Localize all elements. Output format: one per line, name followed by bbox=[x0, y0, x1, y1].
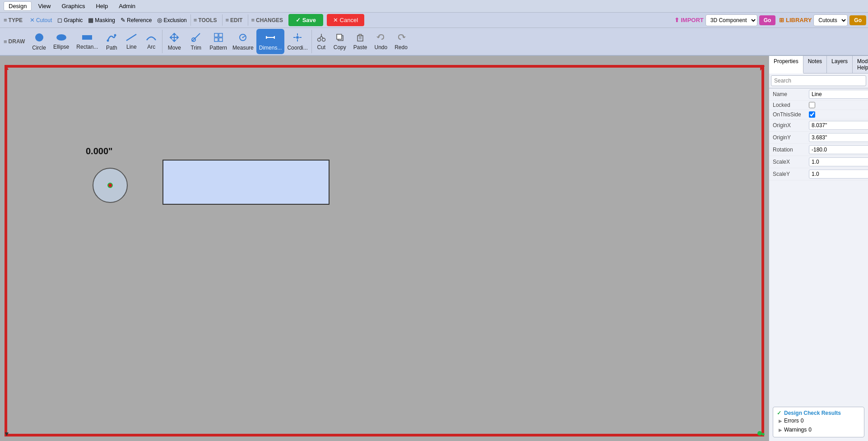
prop-locked-label: Locked bbox=[773, 102, 809, 108]
tool-measure[interactable]: Measure bbox=[230, 29, 256, 54]
prop-locked-checkbox[interactable] bbox=[809, 102, 815, 108]
import-section: ⬆ IMPORT 3D Component Go bbox=[674, 14, 776, 26]
type-graphic[interactable]: ◻ Graphic bbox=[55, 16, 85, 24]
warnings-row[interactable]: ▶ Warnings 0 bbox=[777, 425, 860, 434]
warnings-arrow-icon: ▶ bbox=[779, 427, 782, 432]
prop-scaley-input[interactable] bbox=[809, 170, 868, 179]
library-section: ⊞ LIBRARY Cutouts Go bbox=[779, 14, 866, 26]
cut-icon bbox=[317, 33, 326, 43]
prop-scalex-row: ScaleX bbox=[769, 156, 868, 168]
warnings-count: 0 bbox=[808, 427, 812, 433]
prop-name-label: Name bbox=[773, 91, 809, 97]
tab-layers[interactable]: Layers bbox=[827, 56, 853, 73]
prop-name-input[interactable] bbox=[809, 90, 868, 99]
prop-scaley-label: ScaleY bbox=[773, 171, 809, 177]
prop-onthisside-label: OnThisSide bbox=[773, 111, 809, 118]
tool-move[interactable]: Move bbox=[163, 29, 185, 54]
type-exclusion[interactable]: ◎ Exclusion bbox=[154, 16, 189, 24]
edit-undo[interactable]: Undo bbox=[371, 30, 391, 53]
green-corner-marker bbox=[757, 431, 762, 436]
changes-section-header: CHANGES bbox=[249, 17, 285, 23]
svg-point-4 bbox=[114, 34, 116, 36]
canvas-frame bbox=[5, 65, 764, 436]
type-cutout[interactable]: ✕ Cutout bbox=[27, 16, 55, 24]
toolbar-row2: DRAW Circle Ellipse Rectan... Path bbox=[0, 28, 868, 55]
coordinates-icon bbox=[292, 32, 302, 44]
dimension-label: 0.000" bbox=[86, 146, 113, 156]
rectangle-draw-icon bbox=[81, 33, 93, 43]
draw-arc[interactable]: Arc bbox=[141, 30, 161, 53]
import-go-button[interactable]: Go bbox=[759, 15, 776, 25]
circle-center-point bbox=[107, 183, 113, 188]
prop-scalex-input[interactable] bbox=[809, 157, 868, 166]
menu-help[interactable]: Help bbox=[91, 2, 112, 10]
type-reference[interactable]: ✎ Reference bbox=[118, 16, 154, 24]
prop-originy-label: OriginY bbox=[773, 134, 809, 141]
prop-onthisside-row: OnThisSide bbox=[769, 110, 868, 119]
toolbar-row1: TYPE ✕ Cutout ◻ Graphic ▦ Masking ✎ Refe… bbox=[0, 13, 868, 28]
edit-copy[interactable]: Copy bbox=[330, 30, 350, 53]
move-icon bbox=[169, 32, 179, 44]
errors-arrow-icon: ▶ bbox=[779, 418, 782, 423]
warnings-label: Warnings bbox=[784, 427, 807, 433]
circle-draw-icon bbox=[34, 32, 44, 44]
draw-rectangle[interactable]: Rectan... bbox=[73, 30, 102, 53]
tool-pattern[interactable]: Pattern bbox=[207, 29, 230, 54]
tool-trim[interactable]: Trim bbox=[185, 29, 207, 54]
library-dropdown[interactable]: Cutouts bbox=[813, 14, 848, 26]
svg-point-0 bbox=[35, 33, 43, 41]
copy-icon bbox=[335, 33, 344, 43]
properties-section: Name Locked OnThisSide OriginX OriginY R… bbox=[769, 88, 868, 180]
menu-design[interactable]: Design bbox=[4, 1, 32, 11]
arc-draw-icon bbox=[145, 33, 157, 43]
svg-line-6 bbox=[192, 33, 200, 41]
masking-icon: ▦ bbox=[88, 17, 93, 23]
draw-ellipse[interactable]: Ellipse bbox=[50, 30, 73, 53]
tab-notes[interactable]: Notes bbox=[803, 56, 827, 73]
svg-point-1 bbox=[56, 34, 66, 41]
type-masking[interactable]: ▦ Masking bbox=[85, 16, 118, 24]
prop-rotation-row: Rotation bbox=[769, 144, 868, 156]
graphic-icon: ◻ bbox=[57, 17, 62, 23]
draw-path[interactable]: Path bbox=[102, 30, 121, 53]
prop-onthisside-checkbox[interactable] bbox=[809, 111, 815, 118]
canvas-area[interactable]: ▲ ◤ ▼ ● 0.000" bbox=[0, 56, 769, 441]
tab-mode-help[interactable]: Mode Help bbox=[853, 56, 868, 73]
edit-cut[interactable]: Cut bbox=[313, 30, 330, 53]
tool-coordinates[interactable]: Coordi... bbox=[284, 29, 310, 54]
tool-dimensions[interactable]: Dimens... bbox=[256, 29, 285, 54]
search-input[interactable] bbox=[771, 75, 866, 86]
svg-point-18 bbox=[296, 36, 299, 39]
ellipse-draw-icon bbox=[56, 33, 67, 43]
tools-section-header: TOOLS bbox=[192, 17, 219, 23]
main-area: ▲ ◤ ▼ ● 0.000" Properties Notes Layers M… bbox=[0, 56, 868, 441]
svg-rect-9 bbox=[219, 33, 223, 37]
draw-line[interactable]: Line bbox=[121, 30, 141, 53]
measure-icon bbox=[238, 32, 248, 44]
menu-view[interactable]: View bbox=[33, 2, 55, 10]
circle-shape[interactable] bbox=[93, 168, 128, 203]
save-button[interactable]: ✓ Save bbox=[288, 14, 323, 26]
draw-circle[interactable]: Circle bbox=[28, 30, 50, 53]
prop-rotation-input[interactable] bbox=[809, 145, 868, 154]
blue-rectangle[interactable] bbox=[162, 160, 330, 205]
design-check-header[interactable]: ✓ Design Check Results bbox=[777, 410, 860, 416]
import-dropdown[interactable]: 3D Component bbox=[706, 14, 757, 26]
prop-originy-row: OriginY bbox=[769, 132, 868, 144]
cancel-button[interactable]: ✕ Cancel bbox=[327, 14, 364, 26]
edit-redo[interactable]: Redo bbox=[391, 30, 411, 53]
exclusion-icon: ◎ bbox=[157, 17, 162, 23]
trim-icon bbox=[191, 32, 201, 44]
prop-originx-input[interactable] bbox=[809, 121, 868, 130]
prop-rotation-label: Rotation bbox=[773, 147, 809, 153]
reference-icon: ✎ bbox=[121, 17, 125, 23]
svg-line-21 bbox=[319, 36, 321, 39]
library-go-button[interactable]: Go bbox=[849, 15, 866, 25]
svg-rect-26 bbox=[357, 36, 363, 41]
prop-originy-input[interactable] bbox=[809, 133, 868, 142]
menu-graphics[interactable]: Graphics bbox=[57, 2, 89, 10]
menu-admin[interactable]: Admin bbox=[114, 2, 140, 10]
tab-properties[interactable]: Properties bbox=[769, 56, 803, 74]
errors-row[interactable]: ▶ Errors 0 bbox=[777, 416, 860, 425]
edit-paste[interactable]: Paste bbox=[350, 30, 371, 53]
